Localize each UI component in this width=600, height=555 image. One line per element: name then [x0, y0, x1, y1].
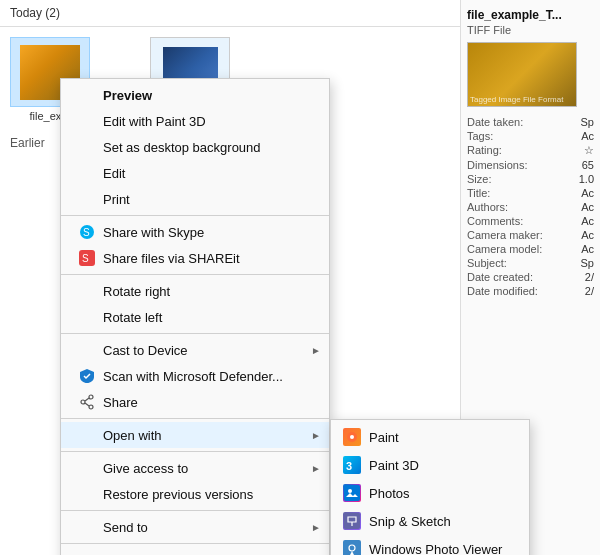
restore-versions-icon: [79, 486, 95, 502]
panel-row-value: Ac: [581, 243, 594, 255]
rotate-left-icon: [79, 309, 95, 325]
sub-paint[interactable]: Paint: [331, 423, 529, 451]
svg-rect-16: [344, 513, 360, 529]
ctx-share-label: Share: [103, 395, 138, 410]
svg-point-4: [89, 395, 93, 399]
cast-icon: [79, 342, 95, 358]
ctx-cut[interactable]: Cut: [61, 547, 329, 555]
svg-point-5: [81, 400, 85, 404]
ctx-edit-paint3d-label: Edit with Paint 3D: [103, 114, 206, 129]
panel-row-label: Date created:: [467, 271, 533, 283]
snip-app-icon: [343, 512, 361, 530]
ctx-defender-label: Scan with Microsoft Defender...: [103, 369, 283, 384]
cast-arrow-icon: ►: [311, 345, 321, 356]
panel-thumbnail: Tagged Image File Format: [467, 42, 577, 107]
panel-thumb-label: Tagged Image File Format: [470, 95, 563, 104]
sep-2: [61, 274, 329, 275]
panel-row-value: 1.0: [579, 173, 594, 185]
preview-icon: [79, 87, 95, 103]
panel-row: Title:Ac: [467, 186, 594, 200]
ctx-open-with[interactable]: Open with ► Paint 3 Paint 3D Photos: [61, 422, 329, 448]
ctx-rotate-right-label: Rotate right: [103, 284, 170, 299]
svg-text:S: S: [82, 253, 89, 264]
ctx-rotate-left[interactable]: Rotate left: [61, 304, 329, 330]
panel-row: Dimensions:65: [467, 158, 594, 172]
photos-app-icon: [343, 484, 361, 502]
ctx-give-access-label: Give access to: [103, 461, 188, 476]
svg-point-11: [350, 435, 354, 439]
sep-4: [61, 418, 329, 419]
ctx-set-desktop-label: Set as desktop background: [103, 140, 261, 155]
panel-row-value: Ac: [581, 130, 594, 142]
ctx-restore-versions[interactable]: Restore previous versions: [61, 481, 329, 507]
photov-app-icon: [343, 540, 361, 555]
ctx-edit-label: Edit: [103, 166, 125, 181]
print-icon: [79, 191, 95, 207]
ctx-rotate-left-label: Rotate left: [103, 310, 162, 325]
context-menu: Preview Edit with Paint 3D Set as deskto…: [60, 78, 330, 555]
panel-row-value: 65: [582, 159, 594, 171]
sep-7: [61, 543, 329, 544]
desktop-icon: [79, 139, 95, 155]
ctx-give-access[interactable]: Give access to ►: [61, 455, 329, 481]
ctx-cast-label: Cast to Device: [103, 343, 188, 358]
ctx-defender[interactable]: Scan with Microsoft Defender...: [61, 363, 329, 389]
sub-paint3d[interactable]: 3 Paint 3D: [331, 451, 529, 479]
today-label: Today (2): [10, 6, 60, 20]
panel-row-value: Ac: [581, 187, 594, 199]
ctx-edit[interactable]: Edit: [61, 160, 329, 186]
open-with-submenu: Paint 3 Paint 3D Photos Snip & Sketch: [330, 419, 530, 555]
ctx-print[interactable]: Print: [61, 186, 329, 212]
ctx-cast[interactable]: Cast to Device ►: [61, 337, 329, 363]
ctx-preview[interactable]: Preview: [61, 82, 329, 108]
panel-row: Rating:☆: [467, 143, 594, 158]
panel-row-label: Title:: [467, 187, 522, 199]
sub-photov[interactable]: Windows Photo Viewer: [331, 535, 529, 555]
svg-text:S: S: [83, 227, 90, 238]
ctx-share-shareit-label: Share files via SHAREit: [103, 251, 240, 266]
ctx-edit-paint3d[interactable]: Edit with Paint 3D: [61, 108, 329, 134]
sep-3: [61, 333, 329, 334]
panel-row-label: Comments:: [467, 215, 523, 227]
panel-row: Authors:Ac: [467, 200, 594, 214]
panel-metadata: Date taken:SpTags:AcRating:☆Dimensions:6…: [467, 115, 594, 298]
panel-row: Tags:Ac: [467, 129, 594, 143]
panel-row-value: Ac: [581, 229, 594, 241]
svg-text:3: 3: [346, 460, 352, 472]
svg-line-8: [85, 403, 89, 406]
ctx-send-to[interactable]: Send to ►: [61, 514, 329, 540]
panel-row: Date created:2/: [467, 270, 594, 284]
panel-row-label: Date modified:: [467, 285, 538, 297]
panel-row: Date taken:Sp: [467, 115, 594, 129]
ctx-open-with-label: Open with: [103, 428, 162, 443]
sep-6: [61, 510, 329, 511]
sep-1: [61, 215, 329, 216]
sub-photos-label: Photos: [369, 486, 409, 501]
sub-snip-label: Snip & Sketch: [369, 514, 451, 529]
rotate-right-icon: [79, 283, 95, 299]
panel-row-label: Camera maker:: [467, 229, 543, 241]
svg-rect-14: [344, 485, 360, 501]
svg-point-15: [348, 489, 352, 493]
sub-paint-label: Paint: [369, 430, 399, 445]
give-access-icon: [79, 460, 95, 476]
ctx-share-skype[interactable]: S Share with Skype: [61, 219, 329, 245]
open-with-icon: [79, 427, 95, 443]
panel-row-label: Size:: [467, 173, 522, 185]
ctx-share-skype-label: Share with Skype: [103, 225, 204, 240]
ctx-rotate-right[interactable]: Rotate right: [61, 278, 329, 304]
panel-row: Date modified:2/: [467, 284, 594, 298]
ctx-share-shareit[interactable]: S Share files via SHAREit: [61, 245, 329, 271]
paint3d-ctx-icon: [79, 113, 95, 129]
sub-photos[interactable]: Photos: [331, 479, 529, 507]
paint-app-icon: [343, 428, 361, 446]
ctx-share[interactable]: Share: [61, 389, 329, 415]
panel-row-label: Authors:: [467, 201, 522, 213]
svg-point-6: [89, 405, 93, 409]
ctx-set-desktop[interactable]: Set as desktop background: [61, 134, 329, 160]
panel-row-value: Ac: [581, 201, 594, 213]
send-to-icon: [79, 519, 95, 535]
sub-snip[interactable]: Snip & Sketch: [331, 507, 529, 535]
panel-row-label: Camera model:: [467, 243, 542, 255]
panel-filename: file_example_T...: [467, 8, 594, 22]
